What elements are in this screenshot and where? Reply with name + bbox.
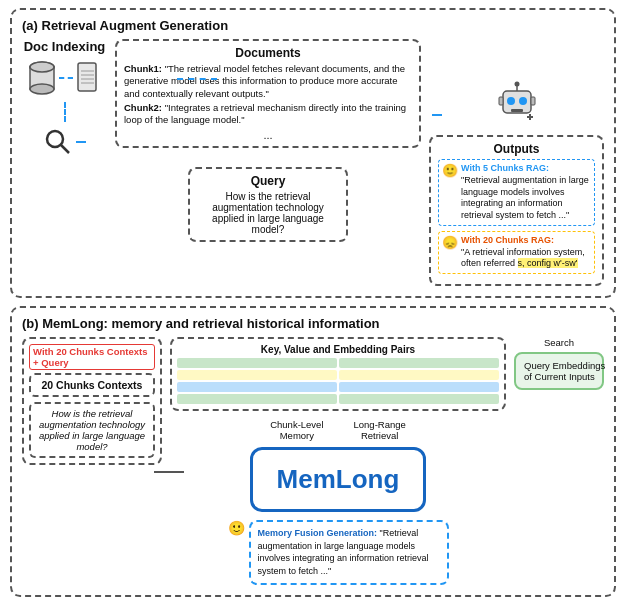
query-text-a: How is the retrieval augmentation techno…: [197, 191, 339, 235]
center-block: Documents Chunk1: "The retrieval model f…: [115, 39, 421, 242]
kv-row-7: [177, 394, 337, 404]
arrow-query-left: [76, 141, 86, 143]
ellipsis-a: ...: [124, 129, 412, 141]
kv-row-3: [177, 370, 337, 380]
query-emb-label: Query Embeddings of Current Inputs: [524, 360, 605, 382]
kv-row-4: [339, 370, 499, 380]
kv-pairs-box: Key, Value and Embedding Pairs: [170, 337, 506, 411]
smiley-happy-icon: 🙂: [442, 163, 458, 178]
right-column: Outputs 🙂 With 5 Chunks RAG: "Retrieval …: [429, 39, 604, 286]
chunk1-content: "The retrieval model fetches relevant do…: [124, 63, 405, 99]
fusion-row: 🙂 Memory Fusion Generation: "Retrieval a…: [228, 520, 449, 584]
svg-rect-4: [78, 63, 96, 91]
arrow-context-memlong: [154, 471, 184, 473]
document-icon: [76, 62, 102, 94]
fusion-box: Memory Fusion Generation: "Retrieval aug…: [249, 520, 449, 584]
chunk1-label: Chunk1:: [124, 63, 162, 74]
labels-row: Chunk-Level Memory Long-Range Retrieval: [270, 419, 406, 441]
doc-icons-row: [28, 60, 102, 96]
kv-row-2: [339, 358, 499, 368]
query-inner-wrapper: How is the retrieval augmentation techno…: [29, 402, 155, 458]
arrow-db-to-doc: [59, 77, 73, 79]
chunks-title: 20 Chunks Contexts: [35, 379, 149, 391]
arrow-robot-outputs: [432, 114, 442, 116]
chunks-inner-box: 20 Chunks Contexts: [29, 373, 155, 397]
fusion-header: Memory Fusion Generation:: [258, 528, 378, 538]
right-b-block: Search Query Embeddings of Current Input…: [514, 337, 604, 390]
doc-indexing-block: Doc Indexing: [22, 39, 107, 156]
outputs-title: Outputs: [438, 142, 595, 156]
kv-row-8: [339, 394, 499, 404]
context-label-red: With 20 Chunks Contexts + Query: [29, 344, 155, 370]
svg-point-12: [507, 97, 515, 105]
arrow-down-a: [64, 102, 66, 122]
svg-rect-17: [499, 97, 503, 105]
robot-icon-area: [495, 79, 539, 125]
output-item-1: 🙂 With 5 Chunks RAG: "Retrieval augmenta…: [438, 159, 595, 226]
query-box: Query How is the retrieval augmentation …: [188, 167, 348, 242]
arrow-docs-right: [177, 78, 217, 80]
documents-box: Documents Chunk1: "The retrieval model f…: [115, 39, 421, 148]
outputs-box: Outputs 🙂 With 5 Chunks RAG: "Retrieval …: [429, 135, 604, 286]
memlong-box: MemLong: [250, 447, 427, 512]
query-section: [44, 128, 86, 156]
main-container: (a) Retrieval Augment Generation Doc Ind…: [0, 0, 626, 605]
context-outer-box: With 20 Chunks Contexts + Query 20 Chunk…: [22, 337, 162, 465]
query-embeddings-box: Query Embeddings of Current Inputs: [514, 352, 604, 390]
search-icon: [44, 128, 72, 156]
search-label: Search: [544, 337, 574, 348]
kv-grid: [177, 358, 499, 404]
svg-point-13: [519, 97, 527, 105]
kv-pairs-title: Key, Value and Embedding Pairs: [177, 344, 499, 355]
smiley-sad-icon: 😞: [442, 235, 458, 250]
output-item-2: 😞 With 20 Chunks RAG: "A retrieval infor…: [438, 231, 595, 274]
output2-text: "A retrieval information system, often r…: [461, 247, 591, 270]
kv-row-1: [177, 358, 337, 368]
kv-row-6: [339, 382, 499, 392]
svg-rect-14: [511, 109, 523, 112]
section-a-label: (a) Retrieval Augment Generation: [22, 18, 604, 33]
svg-point-3: [30, 62, 54, 72]
chunk2-content: "Integrates a retrieval mechanism direct…: [124, 102, 406, 125]
query-text-b: How is the retrieval augmentation techno…: [39, 408, 145, 452]
svg-rect-18: [531, 97, 535, 105]
memlong-label: MemLong: [277, 464, 400, 494]
svg-point-9: [47, 131, 63, 147]
output2-header: With 20 Chunks RAG:: [461, 235, 591, 245]
output2-highlight: s, config w'-sw': [518, 258, 578, 268]
section-a: (a) Retrieval Augment Generation Doc Ind…: [10, 8, 616, 298]
query-title: Query: [197, 174, 339, 188]
output1-header: With 5 Chunks RAG:: [461, 163, 591, 173]
query-box-wrapper: Query How is the retrieval augmentation …: [115, 167, 421, 242]
query-inner-box: How is the retrieval augmentation techno…: [29, 402, 155, 458]
documents-title: Documents: [124, 46, 412, 60]
svg-point-16: [514, 82, 519, 87]
doc-indexing-label: Doc Indexing: [24, 39, 106, 54]
center-b-block: Key, Value and Embedding Pairs: [170, 337, 506, 584]
output1-text: "Retrieval augmentation in large languag…: [461, 175, 591, 222]
svg-point-2: [30, 84, 54, 94]
kv-row-5: [177, 382, 337, 392]
svg-line-10: [61, 145, 69, 153]
section-b: (b) MemLong: memory and retrieval histor…: [10, 306, 616, 596]
chunk1-text: Chunk1: "The retrieval model fetches rel…: [124, 63, 412, 100]
database-icon: [28, 60, 56, 96]
long-range-label: Long-Range Retrieval: [354, 419, 406, 441]
robot-icon: [495, 79, 539, 123]
section-b-label: (b) MemLong: memory and retrieval histor…: [22, 316, 604, 331]
smiley-happy-b-icon: 🙂: [228, 520, 245, 536]
chunk2-label: Chunk2:: [124, 102, 162, 113]
chunk-level-label: Chunk-Level Memory: [270, 419, 323, 441]
chunk2-text: Chunk2: "Integrates a retrieval mechanis…: [124, 102, 412, 127]
left-contexts: With 20 Chunks Contexts + Query 20 Chunk…: [22, 337, 162, 465]
